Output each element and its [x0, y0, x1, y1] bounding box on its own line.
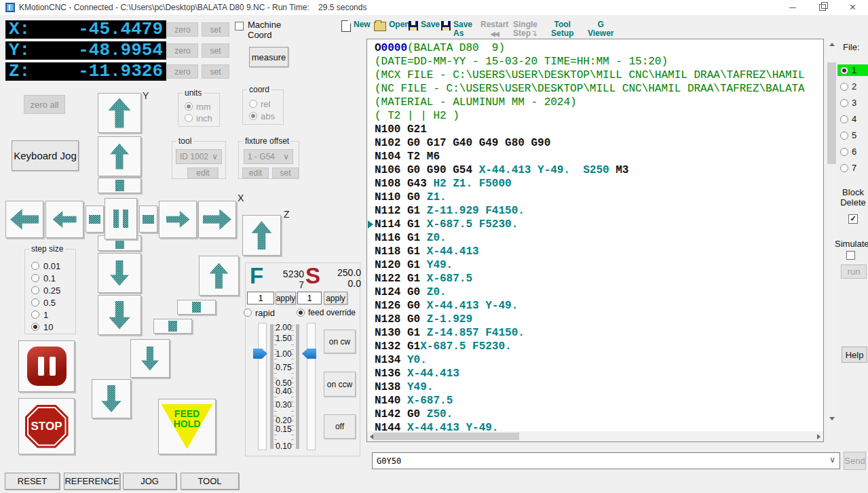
file-option-4[interactable]: 4 [840, 113, 867, 125]
feed-apply-button[interactable]: apply [276, 292, 296, 304]
help-button[interactable]: Help [842, 347, 867, 363]
set-x-button[interactable]: set [202, 22, 229, 37]
fixture-select[interactable]: 1 - G54 ∨ [244, 149, 293, 164]
units-inch-radio[interactable]: inch [185, 113, 212, 123]
spindle-apply-button[interactable]: apply [324, 292, 347, 304]
reference-button[interactable]: REFERENCE [64, 473, 120, 490]
step-size-option-0.25[interactable]: 0.25 [31, 285, 60, 295]
v-scrollbar-thumb[interactable] [827, 62, 836, 164]
zero-x-button[interactable]: zero [167, 22, 198, 37]
toolbar-tool-setup-button[interactable]: Tool Setup [551, 20, 573, 38]
step-size-radio-icon[interactable] [31, 286, 39, 294]
gcode-viewer[interactable]: O0000(BALATA D80 9)(DATE=DD-MM-YY - 15-0… [366, 39, 824, 442]
feed-slider-track[interactable] [258, 323, 267, 450]
simulate-checkbox[interactable] [846, 251, 855, 260]
close-button[interactable]: × [837, 0, 868, 15]
jog-z-plus-step-button[interactable] [177, 300, 216, 315]
jog-y-plus-step-button[interactable] [98, 178, 141, 193]
toolbar-open-button[interactable]: Open [374, 20, 410, 31]
jog-z-minus-button[interactable] [130, 339, 170, 378]
toolbar-g-viewer-button[interactable]: G Viewer [588, 20, 614, 38]
file-option-7[interactable]: 7 [840, 162, 867, 174]
gcode-horizontal-scrollbar[interactable] [367, 431, 823, 441]
toolbar-single-step-button[interactable]: Single Step↴ [513, 20, 537, 38]
fixture-edit-button[interactable]: edit [242, 167, 269, 178]
restore-button[interactable] [808, 0, 837, 15]
chevron-down-icon[interactable]: ∨ [829, 455, 835, 465]
minimize-button[interactable] [778, 0, 808, 15]
scroll-right-icon[interactable] [817, 434, 820, 439]
feed-override-radio-icon[interactable] [297, 309, 305, 317]
jog-x-plus-button[interactable] [159, 201, 197, 238]
toolbar-new-button[interactable]: New [341, 20, 371, 32]
spindle-off-button[interactable]: off [324, 414, 356, 439]
jog-x-plus-step-button[interactable] [139, 205, 157, 233]
spindle-override-input[interactable] [297, 292, 322, 304]
jog-z-minus-fast-button[interactable] [92, 379, 131, 418]
jog-y-plus-fast-button[interactable] [98, 93, 141, 133]
jog-z-minus-step-button[interactable] [153, 319, 192, 334]
scroll-down-icon[interactable] [829, 417, 835, 420]
block-delete-checkbox[interactable]: ✓ [848, 214, 858, 224]
toolbar-save-as-button[interactable]: Save As [441, 20, 472, 38]
send-button[interactable]: Send [844, 452, 866, 470]
feed-override-input[interactable] [247, 292, 274, 304]
step-size-radio-icon[interactable] [31, 262, 39, 270]
jog-y-minus-button[interactable] [98, 253, 141, 293]
rel-radio-icon[interactable] [249, 100, 257, 108]
jog-x-plus-fast-button[interactable] [198, 201, 236, 238]
tool-select[interactable]: ID 1002 ∨ [176, 149, 222, 164]
rapid-radio-icon[interactable] [244, 309, 252, 317]
tool-edit-button[interactable]: edit [187, 167, 219, 178]
rapid-radio[interactable]: rapid [244, 308, 275, 317]
pause-button[interactable] [18, 340, 75, 392]
zero-all-button[interactable]: zero all [24, 95, 65, 114]
tool-button[interactable]: TOOL [181, 473, 239, 490]
jog-x-minus-step-button[interactable] [86, 205, 104, 233]
file-radio-icon[interactable] [840, 115, 848, 123]
file-option-5[interactable]: 5 [840, 130, 867, 141]
toolbar-save-button[interactable]: Save [409, 20, 440, 31]
step-size-option-1[interactable]: 1 [31, 310, 48, 319]
run-button[interactable]: run [841, 264, 867, 279]
spindle-on-cw-button[interactable]: on cw [324, 330, 356, 353]
spindle-on-ccw-button[interactable]: on ccw [324, 372, 356, 397]
jog-y-plus-button[interactable] [98, 136, 141, 176]
mdi-command-combo[interactable]: ∨ [372, 452, 840, 469]
feed-hold-button[interactable]: FEED HOLD [158, 399, 216, 454]
abs-radio-icon[interactable] [249, 112, 257, 120]
jog-z-plus-fast-button[interactable] [242, 215, 281, 256]
gcode-vertical-scrollbar[interactable] [827, 39, 837, 424]
coord-abs-radio[interactable]: abs [249, 111, 275, 121]
file-radio-icon[interactable] [840, 148, 848, 156]
toolbar-restart-button[interactable]: Restart ◀◀ [480, 20, 508, 39]
step-size-radio-icon[interactable] [31, 274, 39, 282]
jog-button[interactable]: JOG [123, 473, 176, 490]
step-size-radio-icon[interactable] [31, 323, 39, 331]
file-radio-icon[interactable] [840, 132, 848, 140]
file-option-2[interactable]: 2 [840, 81, 867, 92]
file-option-1[interactable]: 1 [837, 64, 868, 76]
machine-coord-checkbox[interactable] [235, 22, 244, 31]
spindle-slider-track[interactable] [307, 323, 316, 450]
file-radio-icon[interactable] [840, 164, 848, 172]
file-option-6[interactable]: 6 [840, 146, 867, 157]
step-size-radio-icon[interactable] [31, 298, 39, 307]
coord-rel-radio[interactable]: rel [249, 99, 270, 109]
jog-x-minus-fast-button[interactable] [5, 201, 43, 238]
step-size-option-0.5[interactable]: 0.5 [31, 298, 56, 307]
zero-z-button[interactable]: zero [167, 64, 198, 79]
jog-x-minus-button[interactable] [45, 201, 83, 238]
zero-y-button[interactable]: zero [167, 43, 198, 58]
inch-radio-icon[interactable] [185, 114, 193, 122]
units-mm-radio[interactable]: mm [185, 102, 211, 111]
file-radio-icon[interactable] [840, 99, 848, 107]
file-radio-icon[interactable] [840, 66, 848, 75]
file-option-3[interactable]: 3 [840, 97, 867, 109]
jog-y-minus-fast-button[interactable] [98, 295, 141, 335]
stop-button[interactable]: STOP [18, 398, 75, 454]
mm-radio-icon[interactable] [185, 102, 193, 111]
set-z-button[interactable]: set [202, 64, 229, 79]
step-size-option-10[interactable]: 10 [31, 322, 53, 332]
measure-button[interactable]: measure [249, 47, 288, 67]
